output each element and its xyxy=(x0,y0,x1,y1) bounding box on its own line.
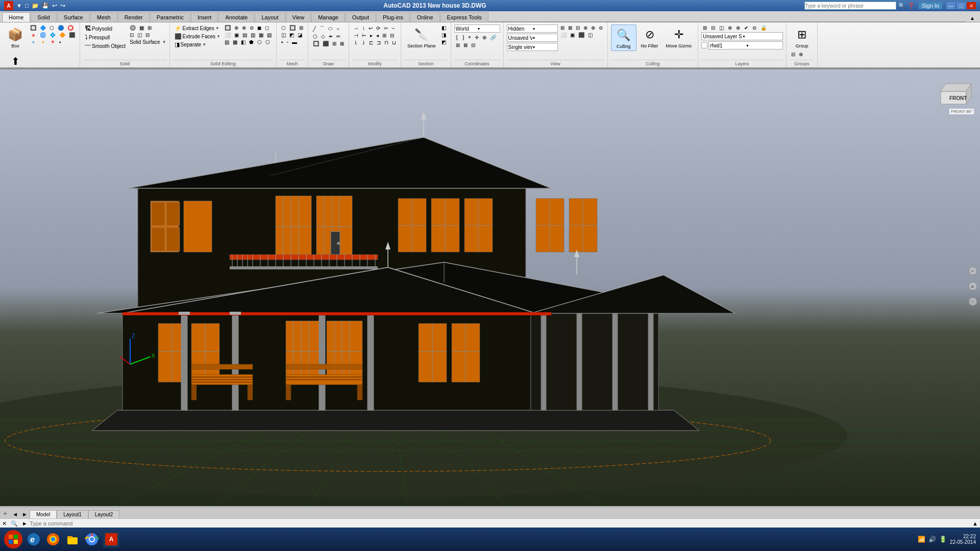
move-gizmo-btn[interactable]: ✛ Move Gizmo xyxy=(663,24,695,50)
edit-icon-18[interactable]: ⬡ xyxy=(264,39,272,45)
box-btn[interactable]: 📦 Box xyxy=(3,24,28,50)
view-icon-9[interactable]: ⬛ xyxy=(577,32,586,38)
draw-icon-3[interactable]: ⬭ xyxy=(327,24,334,33)
ie-icon[interactable]: e xyxy=(26,531,42,547)
view-icon-7[interactable]: ⬜ xyxy=(559,32,568,38)
group-icon-1[interactable]: ⊟ xyxy=(790,51,797,58)
cmd-expand-icon[interactable]: ▲ xyxy=(970,520,980,527)
mod-icon-3[interactable]: ⬡ xyxy=(48,24,56,31)
edit-icon-3[interactable]: ⊗ xyxy=(240,24,248,31)
tab-plugins[interactable]: Plug-ins xyxy=(376,12,410,22)
tab-home[interactable]: Home xyxy=(2,12,30,22)
modify-icon-3[interactable]: ↩ xyxy=(367,24,374,32)
view-icon-4[interactable]: ⊕ xyxy=(582,24,589,31)
edit-icon-11[interactable]: ▦ xyxy=(257,32,265,38)
maximize-btn[interactable]: □ xyxy=(957,2,966,9)
mesh-icon-7[interactable]: ▪ xyxy=(280,39,285,45)
nav-wheel[interactable]: + ⌀ − xyxy=(968,266,978,308)
view-icon-3[interactable]: ⊟ xyxy=(574,24,581,31)
solid-surface-arrow[interactable]: ▼ xyxy=(162,40,166,44)
search-icon[interactable]: 🔍 xyxy=(898,3,905,9)
tab-online[interactable]: Online xyxy=(410,12,440,22)
main-viewport[interactable]: Z X FRONT FRONT 86° + ⌀ − xyxy=(0,69,980,506)
solid-icon-1[interactable]: 🔘 xyxy=(128,24,137,31)
layer-icon-6[interactable]: ✔ xyxy=(743,24,750,31)
edit-icon-6[interactable]: ◻ xyxy=(263,24,271,31)
coord-icon-4[interactable]: ✛ xyxy=(473,34,480,41)
solid-icon-6[interactable]: ⊟ xyxy=(144,32,151,38)
mesh-icon-1[interactable]: ⬡ xyxy=(280,24,287,31)
layer-icon-2[interactable]: ⊟ xyxy=(709,24,717,31)
tab-express[interactable]: Express Tools xyxy=(440,12,488,22)
ribbon-collapse[interactable]: ▲ xyxy=(967,14,978,22)
draw-icon-4[interactable]: ○ xyxy=(335,24,341,33)
tab-manage[interactable]: Manage xyxy=(311,12,345,22)
view-icon-5[interactable]: ⊗ xyxy=(590,24,597,31)
layer-icon-7[interactable]: ⊘ xyxy=(751,24,758,31)
mod-icon-5[interactable]: ⭕ xyxy=(66,24,75,31)
layer-icon-8[interactable]: 🔒 xyxy=(759,24,768,31)
firefox-icon[interactable] xyxy=(45,531,61,547)
modify-icon-13[interactable]: ⤹ xyxy=(352,39,359,46)
tab-solid[interactable]: Solid xyxy=(31,12,56,22)
modify-icon-10[interactable]: ◂ xyxy=(375,32,380,39)
coord-icon-9[interactable]: ⊟ xyxy=(470,42,477,48)
draw-icon-10[interactable]: ⬛ xyxy=(321,40,330,47)
edit-icon-4[interactable]: ⊘ xyxy=(248,24,255,31)
tab-surface[interactable]: Surface xyxy=(57,12,90,22)
view-icon-2[interactable]: ⊠ xyxy=(567,24,574,31)
coord-icon-2[interactable]: ⟧ xyxy=(460,34,466,41)
edit-icon-7[interactable]: ⬜ xyxy=(223,32,232,38)
section-icon-2[interactable]: ◨ xyxy=(440,32,448,38)
draw-icon-8[interactable]: ✏ xyxy=(335,33,342,40)
mesh-icon-3[interactable]: ⊞ xyxy=(298,24,305,31)
layer-state-dropdown[interactable]: Unsaved Layer State ▼ xyxy=(701,32,783,40)
modify-icon-15[interactable]: ⊏ xyxy=(368,39,375,46)
mod-icon-8[interactable]: 💠 xyxy=(48,32,57,38)
autocad-icon[interactable]: A xyxy=(103,531,119,547)
tab-insert[interactable]: Insert xyxy=(191,12,218,22)
presspull-btn[interactable]: ⤵ Presspull xyxy=(83,33,127,41)
solid-icon-5[interactable]: ◫ xyxy=(136,32,143,38)
tab-model[interactable]: Model xyxy=(30,510,57,518)
coord-icon-6[interactable]: 🔗 xyxy=(488,34,498,41)
modify-icon-8[interactable]: ⊢ xyxy=(360,32,368,39)
mod-icon-11[interactable]: 🔹 xyxy=(29,39,38,45)
mesh-icon-5[interactable]: ◩ xyxy=(288,32,296,38)
draw-icon-1[interactable]: ╱ xyxy=(311,24,317,33)
edit-icon-5[interactable]: ◼ xyxy=(256,24,263,31)
draw-icon-9[interactable]: 🔲 xyxy=(311,40,321,47)
edit-icon-9[interactable]: ▤ xyxy=(241,32,249,38)
extrude-btn[interactable]: ⬆ Extrude xyxy=(3,51,28,68)
draw-icon-2[interactable]: ⌒ xyxy=(318,24,326,33)
view-icon-8[interactable]: ▣ xyxy=(569,32,576,38)
explorer-icon[interactable] xyxy=(64,531,81,547)
group-btn[interactable]: ⊞ Group xyxy=(790,24,814,50)
qat-save[interactable]: 💾 xyxy=(42,3,49,9)
extract-edges-btn[interactable]: ⚡ Extract Edges ▼ xyxy=(173,24,222,32)
qat-open[interactable]: 📁 xyxy=(32,3,39,9)
layer-icon-3[interactable]: ◫ xyxy=(718,24,725,31)
tab-layout2[interactable]: Layout2 xyxy=(88,510,120,518)
mesh-icon-4[interactable]: ◫ xyxy=(280,32,287,38)
coord-icon-8[interactable]: ⊠ xyxy=(462,42,469,48)
solid-icon-2[interactable]: ▦ xyxy=(138,24,145,31)
view-icon-10[interactable]: ◫ xyxy=(586,32,594,38)
tab-view[interactable]: View xyxy=(286,12,311,22)
modify-icon-9[interactable]: ▸ xyxy=(369,32,374,39)
modify-icon-2[interactable]: ↕ xyxy=(361,24,366,32)
mod-icon-12[interactable]: 🔸 xyxy=(38,39,47,45)
coord-icon-1[interactable]: ⟦ xyxy=(454,34,460,41)
mod-icon-10[interactable]: ⬛ xyxy=(67,32,77,38)
cmd-search-icon[interactable]: 🔍 xyxy=(9,520,20,527)
draw-icon-6[interactable]: ◇ xyxy=(320,33,327,40)
mod-icon-14[interactable]: ▪ xyxy=(58,39,63,45)
tab-prev-btn[interactable]: ◄ xyxy=(10,510,20,518)
solid-icon-4[interactable]: ⊡ xyxy=(128,32,135,38)
chrome-icon[interactable] xyxy=(84,531,100,547)
draw-icon-12[interactable]: ⊠ xyxy=(338,40,346,47)
solid-surface-btn[interactable]: Solid Surface xyxy=(128,39,161,45)
culling-btn[interactable]: 🔍 Culling xyxy=(611,24,636,51)
no-filter-btn[interactable]: ⊘ No Filter xyxy=(638,24,662,50)
draw-icon-5[interactable]: ⬡ xyxy=(311,33,319,40)
